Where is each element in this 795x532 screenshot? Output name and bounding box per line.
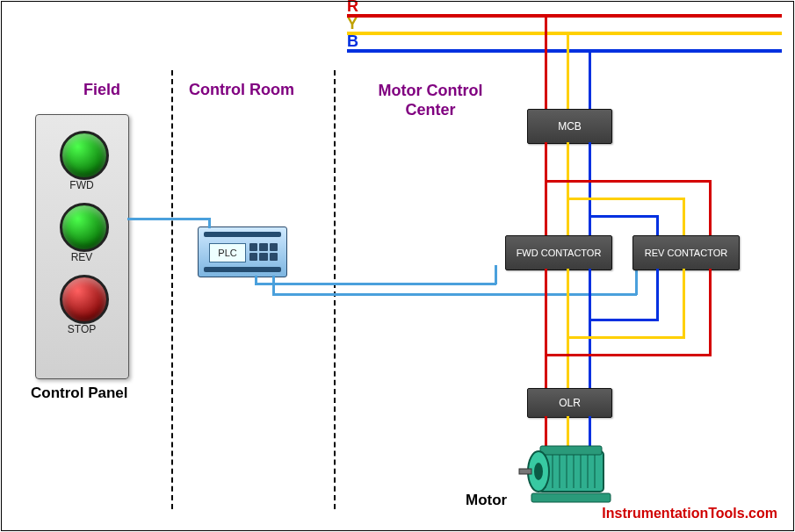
wire-plc-fwd-v — [495, 265, 497, 284]
wire-r-to-rev-v — [709, 180, 712, 237]
wire-y-to-rev-h — [567, 198, 685, 200]
fwd-button-label: FWD — [55, 179, 108, 191]
wire-r-to-rev-h — [545, 180, 712, 183]
section-title-mcc: Motor Control Center — [360, 81, 501, 119]
wire-b-mcb — [589, 51, 591, 111]
control-panel: FWD REV STOP — [35, 114, 129, 379]
phase-label-y: Y — [347, 15, 358, 33]
wire-r-rev-merge — [545, 354, 712, 356]
phase-label-r: R — [347, 0, 358, 16]
svg-rect-13 — [531, 493, 611, 502]
wire-y-mcb — [567, 33, 569, 111]
stop-button-label: STOP — [55, 323, 108, 335]
wire-r-mcb — [545, 16, 547, 111]
separator-controlroom-mcc — [334, 70, 336, 509]
wire-y-to-rev-v — [683, 198, 685, 237]
wire-panel-plc-h — [127, 218, 211, 220]
bus-line-y — [347, 32, 782, 35]
mcb-block: MCB — [527, 109, 612, 144]
stop-button[interactable] — [60, 275, 109, 324]
wire-r-fwd-olr — [545, 269, 547, 390]
motor-caption: Motor — [466, 492, 507, 509]
wire-b-mcb-down — [589, 142, 591, 237]
wire-r-rev-down — [709, 269, 712, 356]
olr-block: OLR — [527, 388, 612, 418]
bus-line-r — [347, 14, 782, 18]
fwd-button[interactable] — [60, 131, 109, 180]
wire-b-to-rev-v — [656, 215, 659, 237]
wire-b-to-rev-h — [589, 215, 659, 218]
wire-r-mcb-down — [545, 142, 547, 237]
control-panel-caption: Control Panel — [31, 385, 128, 402]
plc-device: PLC — [198, 226, 287, 277]
wire-b-rev-merge — [589, 319, 659, 321]
svg-rect-12 — [519, 469, 531, 474]
svg-rect-1 — [540, 446, 602, 455]
phase-label-b: B — [347, 32, 358, 51]
wire-y-rev-down — [683, 269, 685, 339]
separator-field-controlroom — [171, 70, 173, 509]
wire-b-rev-down — [656, 269, 659, 321]
section-title-control-room: Control Room — [189, 81, 294, 99]
plc-screen-label: PLC — [209, 243, 246, 262]
wire-y-mcb-down — [567, 142, 569, 237]
svg-point-11 — [534, 463, 543, 480]
wire-panel-plc-v — [208, 218, 211, 228]
rev-contactor-block: REV CONTACTOR — [632, 235, 740, 270]
motor-icon — [514, 441, 628, 514]
section-title-field: Field — [83, 81, 120, 99]
bus-line-b — [347, 49, 782, 53]
rev-button[interactable] — [60, 203, 109, 252]
wire-b-fwd-olr — [589, 269, 591, 390]
wire-plc-fwd — [255, 283, 496, 285]
rev-button-label: REV — [55, 251, 108, 263]
fwd-contactor-block: FWD CONTACTOR — [505, 235, 612, 270]
wire-y-rev-merge — [567, 336, 685, 339]
wire-plc-rev — [272, 293, 637, 296]
wire-y-fwd-olr — [567, 269, 569, 390]
wire-plc-out2-v — [272, 276, 275, 295]
watermark: InstrumentationTools.com — [602, 506, 777, 521]
